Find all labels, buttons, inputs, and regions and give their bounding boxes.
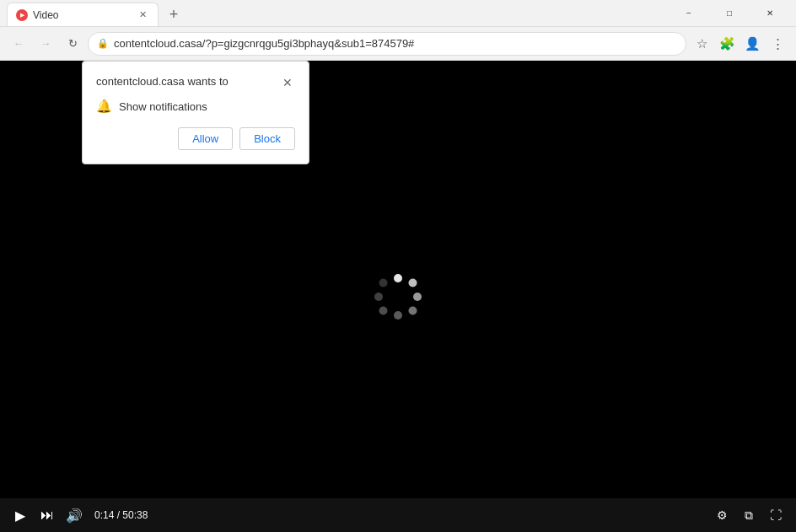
popup-close-button[interactable]: ✕: [280, 75, 295, 90]
content-area: ▶ ⏭ 🔊 0:14 / 50:38 ⚙ ⧉ ⛶ contentcloud.ca…: [0, 61, 796, 532]
reload-button[interactable]: ↻: [61, 32, 84, 56]
tab-bar: ▶ Video ✕ +: [7, 0, 670, 26]
url-bar[interactable]: 🔒 contentcloud.casa/?p=gizgcnrqgu5gi3bph…: [88, 32, 686, 56]
popup-actions: Allow Block: [96, 127, 295, 150]
svg-point-4: [394, 311, 402, 320]
svg-point-6: [374, 293, 383, 301]
tab-favicon: ▶: [16, 9, 28, 21]
extensions-button[interactable]: 🧩: [715, 32, 739, 56]
url-text: contentcloud.casa/?p=gizgcnrqgu5gi3bphay…: [114, 37, 677, 50]
new-tab-button[interactable]: +: [162, 3, 186, 26]
maximize-button[interactable]: □: [710, 0, 749, 27]
minimize-button[interactable]: −: [670, 0, 708, 27]
account-button[interactable]: 👤: [740, 32, 764, 56]
popup-header: contentcloud.casa wants to ✕: [96, 75, 295, 90]
tab-close-button[interactable]: ✕: [136, 8, 149, 22]
video-controls: ▶ ⏭ 🔊 0:14 / 50:38 ⚙ ⧉ ⛶: [0, 498, 796, 532]
time-display: 0:14 / 50:38: [94, 509, 148, 521]
menu-button[interactable]: ⋮: [766, 32, 789, 56]
settings-button[interactable]: ⚙: [712, 505, 732, 525]
bookmark-button[interactable]: ☆: [690, 32, 713, 56]
toolbar-icons: ☆ 🧩 👤 ⋮: [690, 32, 789, 56]
address-bar: ← → ↻ 🔒 contentcloud.casa/?p=gizgcnrqgu5…: [0, 27, 796, 61]
browser-window: ▶ Video ✕ + − □ ✕ ← → ↻ 🔒 contentcloud.c…: [0, 0, 796, 532]
tab-title: Video: [33, 9, 131, 21]
miniplayer-button[interactable]: ⧉: [739, 505, 759, 525]
loading-spinner: [373, 271, 423, 322]
play-button[interactable]: ▶: [10, 505, 30, 525]
title-bar: ▶ Video ✕ + − □ ✕: [0, 0, 796, 27]
bell-icon: 🔔: [96, 99, 112, 114]
block-button[interactable]: Block: [239, 127, 295, 150]
skip-button[interactable]: ⏭: [37, 505, 57, 525]
svg-point-1: [409, 278, 417, 287]
svg-point-7: [379, 278, 388, 287]
svg-point-2: [413, 293, 422, 301]
close-button[interactable]: ✕: [750, 0, 789, 27]
lock-icon: 🔒: [97, 38, 109, 49]
svg-point-0: [394, 274, 402, 282]
forward-button[interactable]: →: [34, 32, 57, 56]
active-tab[interactable]: ▶ Video ✕: [7, 3, 159, 26]
svg-point-5: [379, 306, 388, 314]
back-button[interactable]: ←: [7, 32, 30, 56]
fullscreen-button[interactable]: ⛶: [766, 505, 786, 525]
notification-popup: contentcloud.casa wants to ✕ 🔔 Show noti…: [82, 61, 309, 164]
volume-button[interactable]: 🔊: [64, 505, 84, 525]
allow-button[interactable]: Allow: [178, 127, 233, 150]
popup-permission: 🔔 Show notifications: [96, 99, 295, 114]
svg-point-3: [409, 306, 417, 314]
window-controls: − □ ✕: [670, 0, 789, 27]
permission-label: Show notifications: [119, 100, 207, 113]
popup-title: contentcloud.casa wants to: [96, 75, 229, 88]
